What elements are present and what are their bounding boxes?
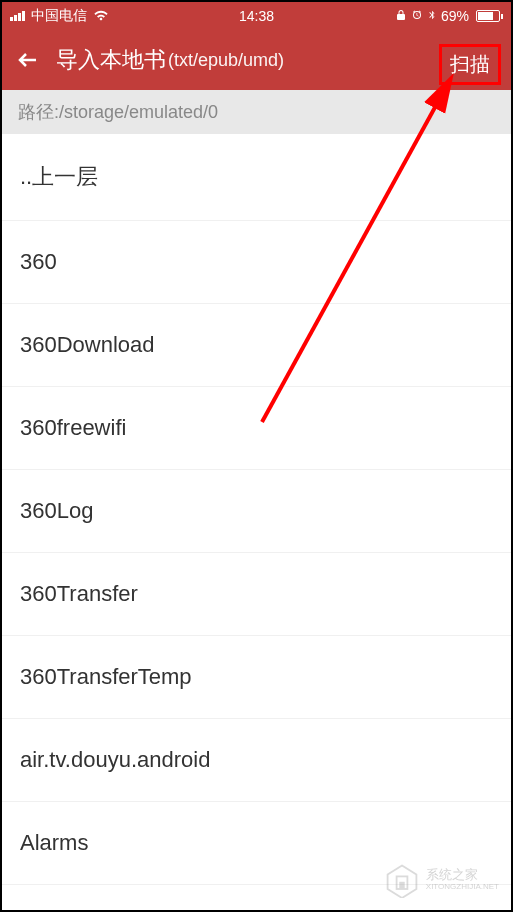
header-title: 导入本地书 bbox=[56, 45, 166, 75]
alarm-icon bbox=[411, 8, 423, 24]
status-bar: 中国电信 14:38 69% bbox=[2, 2, 511, 30]
battery-percent: 69% bbox=[441, 8, 469, 24]
back-button[interactable] bbox=[14, 46, 42, 74]
file-list: ..上一层 360 360Download 360freewifi 360Log… bbox=[2, 134, 511, 912]
list-item[interactable]: 360Log bbox=[2, 470, 511, 553]
status-left: 中国电信 bbox=[10, 7, 109, 26]
header-subtitle: (txt/epub/umd) bbox=[168, 50, 284, 71]
signal-icon bbox=[10, 11, 25, 21]
app-header: 导入本地书 (txt/epub/umd) 扫描 bbox=[2, 30, 511, 90]
list-item-parent[interactable]: ..上一层 bbox=[2, 134, 511, 221]
watermark: 系统之家 XITONGZHIJIA.NET bbox=[384, 862, 499, 898]
bluetooth-icon bbox=[427, 8, 437, 24]
scan-button[interactable]: 扫描 bbox=[439, 44, 501, 85]
battery-icon bbox=[473, 10, 503, 22]
lock-icon bbox=[395, 8, 407, 24]
wifi-icon bbox=[93, 7, 109, 26]
watermark-line2: XITONGZHIJIA.NET bbox=[426, 883, 499, 892]
path-bar: 路径:/storage/emulated/0 bbox=[2, 90, 511, 134]
list-item[interactable]: 360Download bbox=[2, 304, 511, 387]
list-item[interactable]: 360Transfer bbox=[2, 553, 511, 636]
list-item[interactable]: 360 bbox=[2, 221, 511, 304]
svg-rect-3 bbox=[399, 882, 404, 889]
list-item[interactable]: 360freewifi bbox=[2, 387, 511, 470]
list-item[interactable]: 360TransferTemp bbox=[2, 636, 511, 719]
watermark-logo-icon bbox=[384, 862, 420, 898]
list-item[interactable]: air.tv.douyu.android bbox=[2, 719, 511, 802]
status-time: 14:38 bbox=[239, 8, 274, 24]
carrier-label: 中国电信 bbox=[31, 7, 87, 25]
status-right: 69% bbox=[395, 8, 503, 24]
watermark-line1: 系统之家 bbox=[426, 868, 499, 882]
